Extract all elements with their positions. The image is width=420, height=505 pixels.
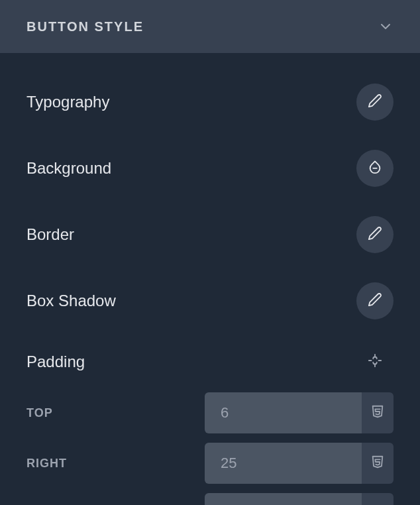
padding-right-input-wrapper xyxy=(205,443,394,484)
css-unit-icon xyxy=(370,404,385,422)
padding-top-input-wrapper xyxy=(205,392,394,433)
padding-top-group: TOP xyxy=(26,392,394,433)
padding-bottom-group: BOTTOM xyxy=(26,493,394,505)
boxshadow-label: Box Shadow xyxy=(26,292,116,310)
droplet-icon xyxy=(368,160,382,177)
boxshadow-edit-button[interactable] xyxy=(356,282,394,319)
background-label: Background xyxy=(26,159,111,178)
section-header[interactable]: BUTTON STYLE xyxy=(0,0,420,53)
padding-link-button[interactable] xyxy=(356,349,394,375)
pencil-icon xyxy=(368,292,382,309)
padding-right-label: RIGHT xyxy=(26,457,67,471)
padding-right-group: RIGHT xyxy=(26,443,394,484)
padding-right-unit-button[interactable] xyxy=(362,443,394,484)
border-label: Border xyxy=(26,225,74,244)
pencil-icon xyxy=(368,226,382,243)
css-unit-icon xyxy=(370,454,385,473)
typography-label: Typography xyxy=(26,93,109,111)
boxshadow-row: Box Shadow xyxy=(26,268,394,334)
typography-row: Typography xyxy=(26,69,394,135)
padding-top-unit-button[interactable] xyxy=(362,392,394,433)
padding-label: Padding xyxy=(26,353,85,371)
border-edit-button[interactable] xyxy=(356,216,394,253)
padding-top-label: TOP xyxy=(26,406,53,420)
padding-bottom-input[interactable] xyxy=(205,493,362,505)
padding-bottom-input-wrapper xyxy=(205,493,394,505)
padding-bottom-unit-button[interactable] xyxy=(362,493,394,505)
section-content: Typography Background Border xyxy=(0,53,420,505)
padding-row: Padding xyxy=(26,334,394,383)
padding-right-input[interactable] xyxy=(205,443,362,484)
typography-edit-button[interactable] xyxy=(356,84,394,121)
border-row: Border xyxy=(26,201,394,268)
chevron-down-icon xyxy=(378,19,394,34)
background-row: Background xyxy=(26,135,394,201)
background-color-button[interactable] xyxy=(356,150,394,187)
section-title: BUTTON STYLE xyxy=(26,19,144,34)
pencil-icon xyxy=(368,93,382,111)
unlink-icon xyxy=(368,353,382,370)
padding-top-input[interactable] xyxy=(205,392,362,433)
